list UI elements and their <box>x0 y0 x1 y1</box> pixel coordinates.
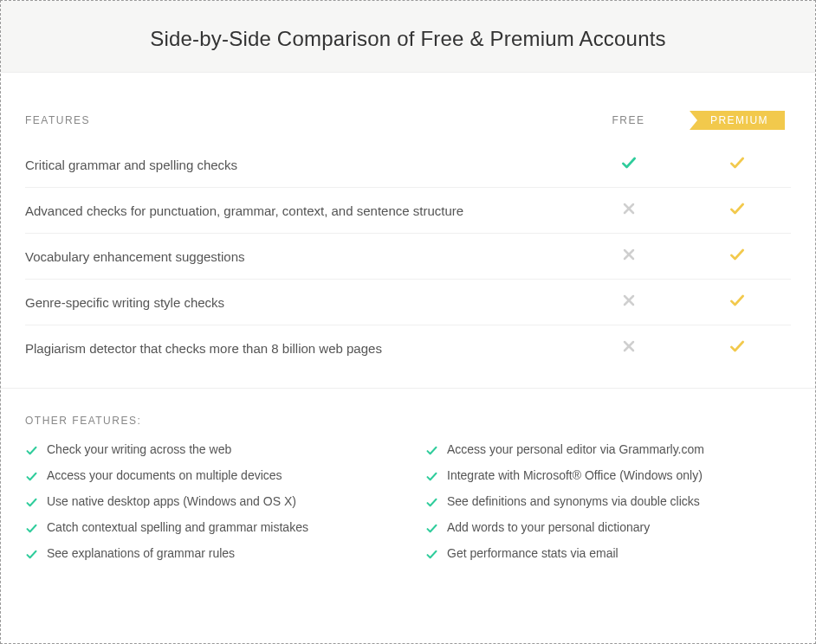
free-cell <box>574 246 683 267</box>
check-icon <box>729 246 746 263</box>
check-icon <box>729 292 746 309</box>
list-item-label: Get performance stats via email <box>447 546 618 560</box>
list-item: Use native desktop apps (Windows and OS … <box>25 494 391 512</box>
x-icon <box>620 292 638 309</box>
check-icon <box>425 520 438 538</box>
premium-cell <box>683 154 791 175</box>
features-column-header: FEATURES <box>25 113 574 128</box>
check-icon <box>425 442 438 460</box>
list-item: Access your documents on multiple device… <box>25 468 391 486</box>
page-title: Side-by-Side Comparison of Free & Premiu… <box>1 27 815 51</box>
free-cell <box>574 292 683 312</box>
check-icon <box>425 468 438 486</box>
other-features-left-column: Check your writing across the webAccess … <box>25 442 391 572</box>
other-features-section: OTHER FEATURES: Check your writing acros… <box>1 388 815 589</box>
table-row: Advanced checks for punctuation, grammar… <box>25 188 791 234</box>
check-icon <box>25 468 38 486</box>
premium-cell <box>683 246 791 267</box>
list-item-label: Catch contextual spelling and grammar mi… <box>47 520 308 534</box>
x-icon <box>620 200 638 217</box>
other-features-right-column: Access your personal editor via Grammarl… <box>425 442 791 572</box>
free-cell <box>574 200 683 221</box>
table-row: Critical grammar and spelling checks <box>25 142 791 188</box>
x-icon <box>620 338 638 355</box>
check-icon <box>25 520 38 538</box>
list-item: Get performance stats via email <box>425 546 791 564</box>
list-item-label: Access your personal editor via Grammarl… <box>447 442 704 456</box>
header-area: Side-by-Side Comparison of Free & Premiu… <box>1 1 815 73</box>
check-icon <box>425 494 438 512</box>
feature-label: Plagiarism detector that checks more tha… <box>25 339 574 357</box>
other-features-grid: Check your writing across the webAccess … <box>25 442 791 572</box>
list-item: See definitions and synonyms via double … <box>425 494 791 512</box>
list-item-label: See definitions and synonyms via double … <box>447 494 700 508</box>
table-row: Vocabulary enhancement suggestions <box>25 234 791 280</box>
list-item: See explanations of grammar rules <box>25 546 391 564</box>
premium-cell <box>683 292 791 312</box>
list-item: Add words to your personal dictionary <box>425 520 791 538</box>
check-icon <box>620 154 638 171</box>
table-row: Genre-specific writing style checks <box>25 280 791 325</box>
check-icon <box>25 494 38 512</box>
check-icon <box>25 442 38 460</box>
comparison-table: FEATURES FREE PREMIUM Critical grammar a… <box>1 73 815 388</box>
premium-cell <box>683 338 791 358</box>
check-icon <box>729 154 746 171</box>
list-item-label: Check your writing across the web <box>47 442 231 456</box>
other-features-title: OTHER FEATURES: <box>25 415 791 427</box>
table-header-row: FEATURES FREE PREMIUM <box>25 99 791 142</box>
check-icon <box>25 546 38 564</box>
list-item-label: Access your documents on multiple device… <box>47 468 282 482</box>
table-row: Plagiarism detector that checks more tha… <box>25 325 791 370</box>
free-column-header: FREE <box>574 114 683 126</box>
check-icon <box>425 546 438 564</box>
x-icon <box>620 246 638 263</box>
free-cell <box>574 338 683 358</box>
feature-label: Genre-specific writing style checks <box>25 293 574 312</box>
list-item: Check your writing across the web <box>25 442 391 460</box>
check-icon <box>729 338 746 355</box>
free-cell <box>574 154 683 175</box>
premium-badge: PREMIUM <box>690 111 785 130</box>
premium-cell <box>683 200 791 221</box>
check-icon <box>729 200 746 217</box>
feature-label: Vocabulary enhancement suggestions <box>25 248 574 266</box>
list-item: Catch contextual spelling and grammar mi… <box>25 520 391 538</box>
list-item-label: Integrate with Microsoft® Office (Window… <box>447 468 703 482</box>
list-item-label: Use native desktop apps (Windows and OS … <box>47 494 296 508</box>
list-item-label: Add words to your personal dictionary <box>447 520 650 534</box>
list-item: Access your personal editor via Grammarl… <box>425 442 791 460</box>
list-item-label: See explanations of grammar rules <box>47 546 235 560</box>
premium-column-header: PREMIUM <box>683 111 791 130</box>
list-item: Integrate with Microsoft® Office (Window… <box>425 468 791 486</box>
feature-label: Critical grammar and spelling checks <box>25 156 574 174</box>
feature-label: Advanced checks for punctuation, grammar… <box>25 202 574 220</box>
